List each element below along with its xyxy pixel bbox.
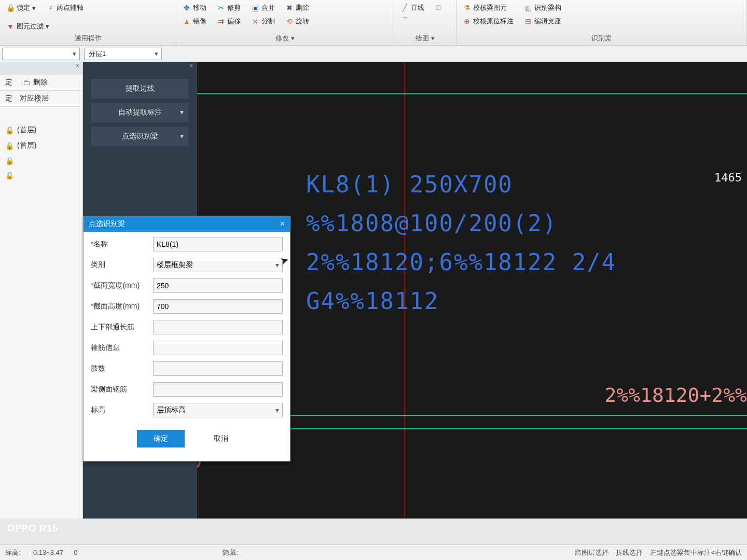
- point-identify-beam-button[interactable]: 点选识别梁▾: [91, 127, 189, 146]
- support-icon: ⊟: [524, 17, 532, 25]
- layer-combo-2-value: 分层1: [89, 49, 106, 59]
- chevron-down-icon: ▾: [180, 132, 184, 140]
- draw-group-label[interactable]: 绘图 ▾: [398, 34, 452, 43]
- dialog-close-button[interactable]: ×: [280, 219, 285, 229]
- tool-panel-close[interactable]: ×: [83, 62, 197, 75]
- limb-input[interactable]: [153, 361, 283, 376]
- delete-label: 删除: [296, 3, 309, 12]
- lock-icon: 🔒: [5, 126, 14, 134]
- side-rebar-label: 梁侧面钢筋: [91, 385, 153, 394]
- thru-rebar-input[interactable]: [153, 320, 283, 334]
- arc-button[interactable]: ⌒: [398, 16, 426, 26]
- line-button[interactable]: ╱直线: [398, 2, 426, 13]
- lock-icon: 🔒: [5, 142, 14, 150]
- element-filter-label: 图元过滤: [17, 22, 44, 31]
- beam-annotation-line3: 2%%18120;6%%18122 2/4: [306, 249, 616, 275]
- lp-row1-label: (首层): [17, 125, 36, 135]
- left-panel: × 定 🗀删除 定 对应楼层 🔒(首层) 🔒(首层) 🔒 🔒: [0, 62, 83, 519]
- modify-group-label[interactable]: 修改 ▾: [181, 34, 390, 43]
- auto-extract-anno-button[interactable]: 自动提取标注▾: [91, 103, 189, 122]
- status-elev-label: 标高:: [5, 548, 21, 557]
- arc-icon: ⌒: [400, 17, 409, 25]
- layer-bar: 分层1: [0, 46, 747, 62]
- identify-beam-dialog: 点选识别梁 × *名称 类别 楼层框架梁 *截面宽度(mm) *截面高度(mm)…: [83, 216, 290, 461]
- left-panel-delete-row[interactable]: 定 🗀删除: [0, 75, 82, 90]
- cancel-button[interactable]: 取消: [205, 430, 237, 447]
- check-beam-elem-label: 校核梁图元: [473, 3, 507, 12]
- left-panel-row-2[interactable]: 🔒(首层): [0, 138, 82, 153]
- thru-rebar-label: 上下部通长筋: [91, 323, 153, 332]
- stirrup-input[interactable]: [153, 341, 283, 355]
- move-button[interactable]: ✥移动: [181, 2, 209, 13]
- anno-icon: ⊕: [463, 17, 471, 25]
- element-filter-button[interactable]: ▼图元过滤 ▾: [4, 21, 172, 32]
- lock-label: 锁定: [17, 3, 30, 12]
- limb-label: 肢数: [91, 364, 153, 373]
- left-panel-row-3[interactable]: 🔒: [0, 153, 82, 168]
- delete-button[interactable]: ✖删除: [283, 2, 311, 13]
- height-label: *截面高度(mm): [91, 302, 153, 311]
- type-select[interactable]: 楼层框架梁: [153, 258, 283, 272]
- trim-button[interactable]: ✂修剪: [215, 2, 243, 13]
- identify-beam-struct-button[interactable]: ▦识别梁构: [522, 2, 563, 13]
- main-area: × 定 🗀删除 定 对应楼层 🔒(首层) 🔒(首层) 🔒 🔒 × 提取边线 自动…: [0, 62, 747, 519]
- dialog-titlebar[interactable]: 点选识别梁 ×: [84, 216, 290, 232]
- elev-select[interactable]: 层顶标高: [153, 403, 283, 417]
- lock-button[interactable]: 🔒锁定 ▾: [4, 2, 38, 13]
- axis-icon: ♯: [46, 4, 54, 12]
- offset-button[interactable]: ⇉偏移: [215, 16, 243, 27]
- lp-floor-label: 对应楼层: [20, 94, 49, 103]
- extract-edge-button[interactable]: 提取边线: [91, 79, 189, 99]
- trim-label: 修剪: [227, 3, 241, 12]
- offset-label: 偏移: [227, 17, 241, 26]
- layer-combo-1[interactable]: [2, 48, 80, 60]
- merge-button[interactable]: ▣合并: [249, 2, 277, 13]
- offset-icon: ⇉: [217, 17, 225, 25]
- rotate-label: 旋转: [296, 17, 309, 26]
- point-identify-beam-label: 点选识别梁: [122, 132, 158, 140]
- ok-button[interactable]: 确定: [137, 430, 185, 447]
- grid-line: [197, 93, 747, 94]
- left-panel-floor-row[interactable]: 定 对应楼层: [0, 90, 82, 107]
- layer-combo-2[interactable]: 分层1: [84, 48, 162, 60]
- edit-support-button[interactable]: ⊟编辑支座: [522, 16, 563, 27]
- left-panel-row-4[interactable]: 🔒: [0, 168, 82, 183]
- check-beam-elem-button[interactable]: ⚗校核梁图元: [461, 2, 516, 13]
- name-input[interactable]: [153, 237, 283, 251]
- mirror-button[interactable]: ▲镜像: [181, 16, 209, 27]
- left-panel-row-1[interactable]: 🔒(首层): [0, 122, 82, 138]
- check-origin-anno-button[interactable]: ⊕校核原位标注: [461, 16, 516, 27]
- status-bar: 标高: -0.13~3.47 0 隐藏: 跨图层选择 折线选择 左键点选梁集中标…: [0, 544, 747, 560]
- side-rebar-input[interactable]: [153, 382, 283, 397]
- auto-extract-anno-label: 自动提取标注: [118, 108, 162, 116]
- line-icon: ╱: [400, 4, 409, 12]
- check-icon: ⚗: [463, 4, 471, 12]
- name-label: *名称: [91, 240, 153, 249]
- status-zero: 0: [74, 549, 77, 556]
- chevron-down-icon: ▾: [180, 108, 184, 116]
- trim-icon: ✂: [217, 4, 225, 12]
- height-input[interactable]: [153, 299, 283, 314]
- rect-button[interactable]: □: [433, 2, 445, 12]
- edit-support-label: 编辑支座: [534, 17, 561, 26]
- two-point-axis-button[interactable]: ♯两点辅轴: [44, 2, 86, 13]
- split-icon: ⤭: [251, 17, 259, 25]
- mirror-icon: ▲: [183, 17, 191, 25]
- lp-delete-label: 删除: [33, 78, 48, 87]
- two-point-axis-label: 两点辅轴: [57, 3, 84, 12]
- rect-icon: □: [435, 3, 443, 11]
- dialog-title-text: 点选识别梁: [89, 219, 125, 229]
- dialog-body: *名称 类别 楼层框架梁 *截面宽度(mm) *截面高度(mm) 上下部通长筋 …: [84, 232, 290, 461]
- split-button[interactable]: ⤭分割: [249, 16, 277, 27]
- cross-layer-toggle[interactable]: 跨图层选择: [575, 548, 608, 557]
- beam-annotation-line2: %%1808@100/200(2): [306, 210, 557, 236]
- merge-icon: ▣: [251, 4, 259, 12]
- polyline-select-toggle[interactable]: 折线选择: [616, 548, 643, 557]
- watermark: OPPO R15: [7, 523, 58, 534]
- rotate-button[interactable]: ⟲旋转: [283, 16, 311, 27]
- filter-icon: ▼: [6, 22, 15, 31]
- check-origin-anno-label: 校核原位标注: [473, 17, 514, 26]
- left-panel-close[interactable]: ×: [0, 62, 82, 75]
- width-input[interactable]: [153, 278, 283, 293]
- beam-annotation-line4: G4%%18112: [306, 288, 439, 314]
